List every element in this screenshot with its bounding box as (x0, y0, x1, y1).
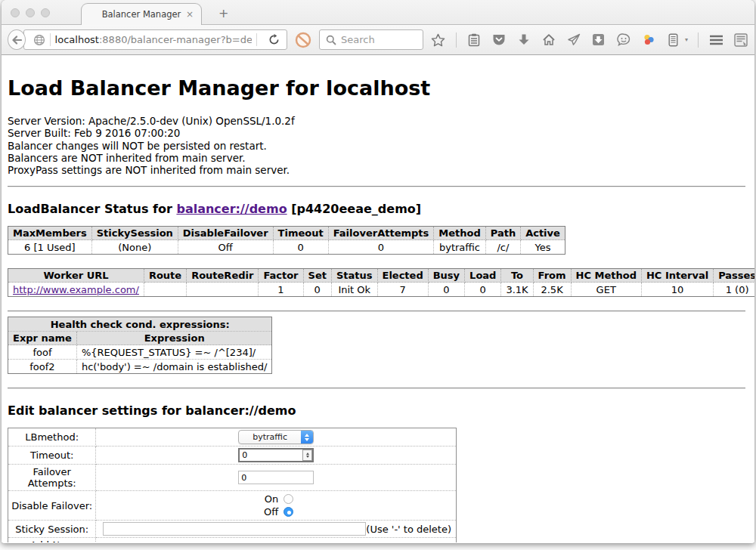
number-stepper-icon[interactable] (302, 450, 312, 461)
bookmark-star-button[interactable] (431, 32, 446, 48)
worker-table: Worker URL Route RouteRedir Factor Set S… (8, 268, 754, 297)
status-heading-prefix: LoadBalancer Status for (8, 202, 176, 216)
downloads-button[interactable] (516, 32, 531, 48)
block-button[interactable] (295, 32, 311, 48)
zoom-window-button[interactable] (41, 8, 50, 17)
col-status: Status (331, 269, 377, 283)
worker-url-link[interactable]: http://www.example.com/ (13, 284, 139, 295)
sticky-session-input[interactable] (103, 522, 366, 536)
cell-status: Init Ok (331, 283, 377, 297)
col-busy: Busy (428, 269, 464, 283)
container-button[interactable] (666, 32, 681, 48)
grid-extension-button[interactable] (733, 32, 748, 48)
sticky-session-note: (Use '-' to delete) (366, 524, 453, 535)
back-button[interactable] (8, 29, 26, 50)
balancer-status-table: MaxMembers StickySession DisableFailover… (8, 226, 565, 255)
grid-icon (734, 33, 748, 47)
sticky-session-label: Sticky Session: (8, 521, 96, 538)
notice-line-3: ProxyPass settings are NOT inherited fro… (8, 164, 747, 176)
pocket-icon (492, 33, 506, 46)
col-to: To (501, 269, 533, 283)
window-controls (11, 8, 50, 17)
cell-to: 3.1K (501, 283, 533, 297)
status-heading: LoadBalancer Status for balancer://demo … (8, 202, 747, 216)
new-tab-button[interactable]: + (214, 6, 233, 20)
worker-header-row: Worker URL Route RouteRedir Factor Set S… (8, 269, 755, 283)
cell-failoverattempts: 0 (328, 240, 434, 255)
failover-attempts-label: Failover Attempts: (8, 465, 96, 491)
colors-button[interactable] (641, 32, 656, 48)
notice-line-2: Balancers are NOT inherited from main se… (8, 152, 747, 164)
cell-passes: 1 (0) (714, 283, 754, 297)
menu-button[interactable] (708, 32, 723, 48)
url-domain: localhost (55, 34, 99, 45)
cell-factor: 1 (259, 283, 303, 297)
add-worker-label: Add New Worker: (8, 538, 96, 542)
colors-icon (642, 33, 655, 46)
col-maxmembers: MaxMembers (8, 227, 92, 240)
col-load: Load (465, 269, 501, 283)
search-input[interactable] (341, 34, 417, 45)
failover-attempts-input[interactable] (238, 471, 314, 484)
radio-on[interactable] (284, 494, 293, 504)
save-box-icon (592, 33, 605, 46)
col-method: Method (434, 227, 485, 240)
chat-button[interactable] (616, 32, 631, 48)
col-expr-name: Expr name (8, 332, 77, 345)
health-row-1: foof %{REQUEST_STATUS} =~ /^[234]/ (8, 345, 272, 360)
col-routeredir: RouteRedir (187, 269, 259, 283)
minimize-window-button[interactable] (26, 8, 35, 17)
col-disablefailover: DisableFailover (178, 227, 273, 240)
radio-on-label: On (259, 493, 278, 505)
server-built-line: Server Built: Feb 9 2016 07:00:20 (8, 127, 747, 139)
cell-expr-name-1: foof (8, 345, 77, 360)
cell-maxmembers: 6 [1 Used] (8, 240, 92, 255)
tab-balancer-manager[interactable]: Balancer Manager × (81, 3, 202, 25)
chat-icon (617, 33, 631, 46)
col-timeout: Timeout (273, 227, 328, 240)
cell-expression-2: hc('body') =~ /domain is established/ (76, 360, 272, 374)
tab-close-icon[interactable]: × (186, 9, 194, 20)
search-bar[interactable] (319, 29, 423, 50)
balancer-header-row: MaxMembers StickySession DisableFailover… (8, 227, 565, 240)
menu-icon (709, 35, 723, 45)
pocket-button[interactable] (491, 32, 507, 48)
radio-off[interactable] (284, 507, 293, 517)
home-button[interactable] (541, 32, 556, 48)
failover-attempts-row: Failover Attempts: (8, 465, 457, 491)
worker-data-row: http://www.example.com/ 1 0 Init Ok 7 0 … (8, 283, 755, 297)
cell-timeout: 0 (273, 240, 328, 255)
url-bar[interactable]: localhost:8880/balancer-manager?b=demo&n… (23, 29, 287, 50)
star-icon (431, 33, 445, 47)
cell-stickysession: (None) (91, 240, 178, 255)
reload-button[interactable] (262, 34, 287, 45)
back-icon (11, 36, 22, 45)
cell-route (144, 283, 186, 297)
cell-routeredir (187, 283, 259, 297)
block-icon (295, 32, 311, 48)
search-icon (326, 35, 336, 45)
save-box-button[interactable] (591, 32, 606, 48)
send-button[interactable] (566, 32, 581, 48)
col-hc-method: HC Method (571, 269, 641, 283)
cell-expr-name-2: foof2 (8, 360, 77, 374)
cell-set: 0 (303, 283, 331, 297)
home-icon (542, 33, 556, 46)
lbmethod-select[interactable]: bytraffic (238, 430, 314, 444)
cell-hc-method: GET (571, 283, 641, 297)
col-passes: Passes (714, 269, 754, 283)
url-text[interactable]: localhost:8880/balancer-manager?b=demo&n… (55, 34, 252, 45)
toolbar-separator-2 (698, 32, 699, 48)
notice-line-1: Balancer changes will NOT be persisted o… (8, 140, 747, 152)
timeout-label: Timeout: (8, 446, 96, 465)
tab-title: Balancer Manager (102, 9, 181, 20)
reading-list-button[interactable] (466, 32, 482, 48)
page-content: Load Balancer Manager for localhost Serv… (2, 55, 754, 542)
caret-down-icon[interactable]: ▾ (685, 36, 688, 43)
download-icon (518, 33, 530, 46)
cell-load: 0 (465, 283, 501, 297)
col-path: Path (485, 227, 520, 240)
health-row-2: foof2 hc('body') =~ /domain is establish… (8, 360, 272, 374)
balancer-demo-link[interactable]: balancer://demo (176, 202, 287, 216)
close-window-button[interactable] (11, 8, 20, 17)
